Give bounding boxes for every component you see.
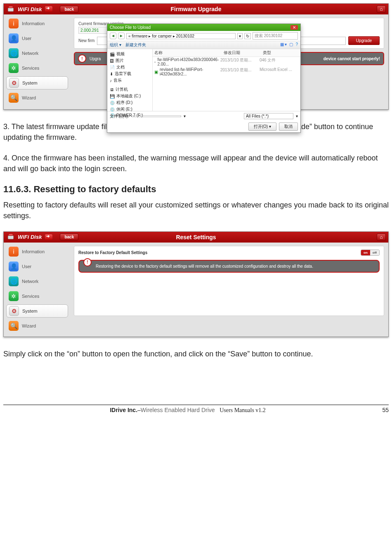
warning-icon: ! xyxy=(78,54,86,63)
cancel-button[interactable]: 取消 xyxy=(279,123,298,131)
logout-icon[interactable] xyxy=(45,234,52,240)
info-icon: i xyxy=(9,19,19,28)
sidebar-item-network[interactable]: 🌐Network xyxy=(6,275,68,288)
organize-menu[interactable]: 组织 ▾ xyxy=(110,42,121,48)
back-button[interactable]: back xyxy=(60,233,78,240)
disk-icon: 💾 xyxy=(110,94,115,99)
sidebar-item-label: Information xyxy=(22,21,45,26)
logout-icon[interactable] xyxy=(45,6,52,12)
disk-icon: 💿 xyxy=(110,101,115,105)
column-headers[interactable]: 名称 修改日期 类型 xyxy=(153,49,300,57)
section-intro: Resetting to factory defaults will reset… xyxy=(3,200,389,221)
network-icon: 🌐 xyxy=(9,48,19,58)
sidebar-item-label: Services xyxy=(22,66,39,71)
nav-fwd-icon[interactable]: ► xyxy=(118,33,125,39)
sidebar-item-label: Wizard xyxy=(22,323,36,328)
tree-item: 🖥计算机 xyxy=(109,86,151,93)
chevron-down-icon[interactable]: ▾ xyxy=(184,114,186,118)
file-row[interactable]: ▣revised list-fw-WiFiPort-i4320w383r2...… xyxy=(153,67,300,77)
sidebar-item-information[interactable]: iInformation xyxy=(6,245,68,258)
sidebar-item-services[interactable]: ✲Services xyxy=(6,290,68,303)
page-title: Firmware Upgrade xyxy=(171,6,222,12)
app-brand: WiFi Disk xyxy=(18,234,42,240)
warning-text: Restoring the device to the factory defa… xyxy=(96,264,313,269)
sidebar-item-information[interactable]: iInformation xyxy=(6,17,68,30)
tree-item: 💿休闲 (E:) xyxy=(109,106,151,113)
warning-icon: ! xyxy=(83,258,92,266)
hdd-icon xyxy=(6,232,15,242)
svg-rect-0 xyxy=(8,8,13,11)
help-icon[interactable]: ? xyxy=(295,42,298,48)
path-field[interactable]: « firmware ▸ for camper ▸ 20130102 xyxy=(126,33,236,39)
new-folder-button[interactable]: 新建文件夹 xyxy=(125,42,146,48)
file-filter[interactable]: All Files (*.*) xyxy=(244,113,293,119)
app-titlebar: WiFi Disk back Reset Settings ⌂ xyxy=(4,232,388,243)
footer-sub2: Users Manuals v1.2 xyxy=(220,407,266,413)
view-icon[interactable]: ▦ ▾ xyxy=(280,42,287,48)
sidebar-item-wizard[interactable]: 🔍Wizard xyxy=(6,91,68,104)
system-icon: ⚙ xyxy=(9,306,19,316)
restore-label: Restore to Factory Default Settings xyxy=(78,250,147,255)
sidebar-item-user[interactable]: 👤User xyxy=(6,260,68,273)
sidebar-item-label: User xyxy=(22,264,31,269)
nav-back-icon[interactable]: ◄ xyxy=(110,33,116,39)
sidebar-item-label: Network xyxy=(22,279,38,284)
video-icon: 🎬 xyxy=(110,52,115,57)
folder-tree[interactable]: 🎬视频 🖼图片 📄文档 ⬇迅雷下载 ♪音乐 🖥计算机 💾本地磁盘 (C:) 💿程… xyxy=(107,49,153,111)
filename-input[interactable] xyxy=(132,115,181,117)
home-icon[interactable]: ⌂ xyxy=(377,5,386,13)
back-button[interactable]: back xyxy=(60,6,78,13)
sidebar-item-wizard[interactable]: 🔍Wizard xyxy=(6,319,68,332)
home-icon[interactable]: ⌂ xyxy=(377,233,386,241)
toggle-on[interactable]: on xyxy=(361,250,370,255)
svg-point-1 xyxy=(8,6,13,8)
music-icon: ♪ xyxy=(110,78,112,83)
page-title: Reset Settings xyxy=(176,234,216,240)
toggle-off[interactable]: off xyxy=(370,250,379,255)
close-icon[interactable]: ✕ xyxy=(290,25,298,30)
sidebar-item-user[interactable]: 👤User xyxy=(6,32,68,45)
file-row[interactable]: ▫fw-WiFiPort-i4320w383r2000046-2.00... 2… xyxy=(153,57,300,67)
refresh-icon[interactable]: ↻ xyxy=(244,33,251,39)
file-icon: ▫ xyxy=(154,60,156,64)
open-button[interactable]: 打开(O) ▾ xyxy=(248,123,276,131)
app-titlebar: WiFi Disk back Firmware Upgrade ⌂ xyxy=(4,4,388,14)
col-type[interactable]: 类型 xyxy=(261,49,300,57)
upgrade-button[interactable]: Upgrade xyxy=(348,36,380,45)
restore-toggle[interactable]: on off xyxy=(361,250,380,256)
sidebar-item-network[interactable]: 🌐Network xyxy=(6,47,68,60)
sidebar-item-label: Information xyxy=(22,249,45,254)
dialog-toolbar: 组织 ▾ 新建文件夹 ▦ ▾ ▢ ? xyxy=(107,41,300,49)
file-list[interactable]: 名称 修改日期 类型 ▫fw-WiFiPort-i4320w383r200004… xyxy=(153,49,300,111)
document-icon: 📄 xyxy=(110,65,115,70)
file-open-dialog: Choose File to Upload ✕ ◄ ► « firmware ▸… xyxy=(107,24,301,133)
path-drop-icon[interactable]: ▾ xyxy=(237,33,243,39)
sidebar-item-system[interactable]: ⚙System xyxy=(6,76,68,90)
sidebar-item-services[interactable]: ✲Services xyxy=(6,61,68,75)
sidebar: iInformation 👤User 🌐Network ✲Services ⚙S… xyxy=(4,243,70,337)
svg-rect-2 xyxy=(8,236,13,239)
chevron-down-icon[interactable]: ▾ xyxy=(296,114,298,118)
services-icon: ✲ xyxy=(9,63,19,73)
tree-item: 📄文档 xyxy=(109,64,151,71)
screenshot-firmware-upgrade: WiFi Disk back Firmware Upgrade ⌂ iInfor… xyxy=(3,3,389,110)
tree-item: ♪音乐 xyxy=(109,77,151,84)
search-input[interactable]: 搜索 20130102 xyxy=(253,32,298,40)
preview-icon[interactable]: ▢ xyxy=(289,42,293,48)
tree-item: 🖼图片 xyxy=(109,57,151,64)
svg-point-3 xyxy=(8,233,13,236)
tree-item: 💾本地磁盘 (C:) xyxy=(109,93,151,99)
col-name[interactable]: 名称 xyxy=(153,49,222,57)
user-icon: 👤 xyxy=(9,33,19,43)
sidebar: iInformation 👤User 🌐Network ✲Services ⚙S… xyxy=(4,14,70,109)
page-footer: IDrive Inc.–Wireless Enabled Hard Drive … xyxy=(3,405,389,414)
sidebar-item-system[interactable]: ⚙System xyxy=(6,304,68,318)
wizard-icon: 🔍 xyxy=(9,321,19,331)
col-date[interactable]: 修改日期 xyxy=(222,49,261,57)
tree-item: ⬇迅雷下载 xyxy=(109,71,151,77)
download-icon: ⬇ xyxy=(110,72,113,76)
user-icon: 👤 xyxy=(9,262,19,271)
sidebar-item-label: System xyxy=(22,309,38,313)
hdd-icon xyxy=(6,5,15,14)
disk-icon: 💿 xyxy=(110,107,115,112)
